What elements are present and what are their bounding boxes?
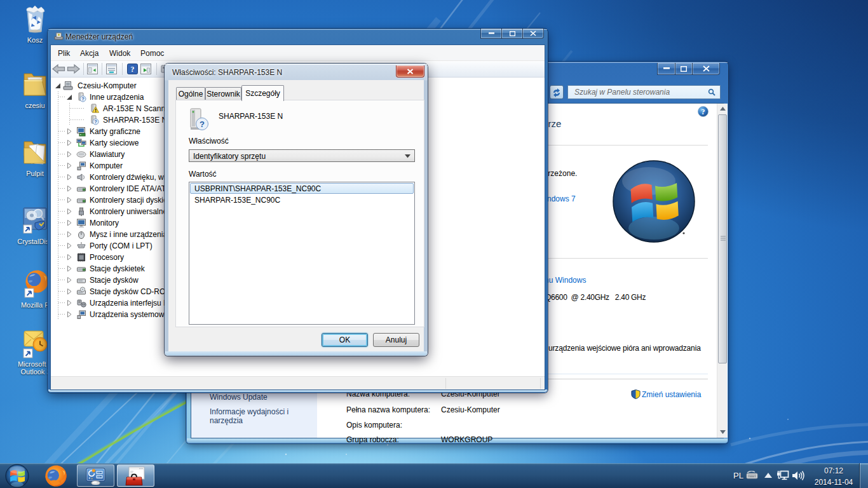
svg-text:?: ? xyxy=(702,107,705,116)
svg-text:?: ? xyxy=(200,119,205,129)
svg-text:?: ? xyxy=(131,65,135,74)
svg-text:?: ? xyxy=(94,119,97,125)
svg-text:?: ? xyxy=(81,96,85,102)
